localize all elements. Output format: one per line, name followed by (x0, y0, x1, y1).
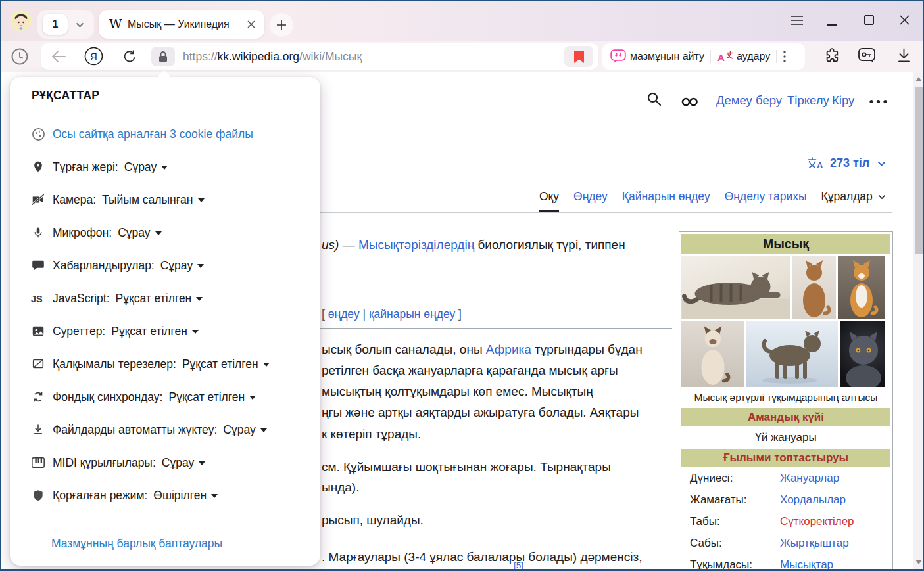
header-link-register[interactable]: Тіркелу (787, 93, 829, 108)
dropdown-caret-icon (196, 297, 203, 301)
browser-tab-active[interactable]: W Мысық — Уикипедия (99, 10, 264, 39)
cat-photo-tabby-lying[interactable] (681, 256, 790, 319)
permission-value-dropdown[interactable]: Өшірілген (153, 489, 218, 503)
page-scrollbar[interactable] (913, 72, 924, 569)
infobox-caption: Мысық әртүрлі тұқымдарының алтысы (681, 387, 890, 408)
tab-edit[interactable]: Өңдеу (573, 190, 608, 210)
edit-source-link[interactable]: қайнарын өңдеу (369, 308, 455, 321)
read-aloud-icon[interactable] (610, 49, 626, 64)
translate-icon[interactable]: А (717, 50, 734, 63)
tab-group[interactable]: 1 (37, 10, 94, 39)
menu-hamburger-icon[interactable] (790, 15, 804, 26)
glasses-icon[interactable] (680, 97, 701, 107)
cat-photo-tabby-snow[interactable] (746, 321, 838, 387)
permission-value-dropdown[interactable]: Сұрау (162, 456, 205, 470)
notifications-icon (31, 258, 45, 273)
africa-link[interactable]: Африка (486, 342, 531, 356)
permission-row-location: Тұрған жері: Сұрау (30, 150, 307, 183)
permission-row-microphone: Микрофон: Сұрау (30, 216, 307, 249)
intro-link[interactable]: Мысықтәрізділердің (358, 238, 474, 252)
permission-value-dropdown[interactable]: Сұрау (118, 226, 161, 240)
yandex-logo-icon[interactable]: Я (84, 47, 103, 66)
new-tab-button[interactable] (270, 13, 293, 37)
permission-value-dropdown[interactable]: Рұқсат етілген (111, 325, 199, 338)
popup-icon (31, 357, 45, 371)
scrollbar-thumb[interactable] (915, 87, 923, 254)
tab-edit-source[interactable]: Қайнарын өңдеу (622, 190, 710, 210)
permission-value-dropdown[interactable]: Рұқсат етілген (182, 357, 270, 371)
tab-tools[interactable]: Құралдар (821, 190, 886, 210)
permission-row-midi: MIDI құрылғылары: Сұрау (30, 446, 307, 479)
javascript-icon: JS (30, 292, 46, 305)
cat-photo-abyssinian[interactable] (792, 256, 836, 319)
back-arrow-icon[interactable] (51, 51, 66, 62)
taxonomy-value-link[interactable]: Жыртқыштар (780, 537, 849, 550)
downloads-icon[interactable] (896, 47, 912, 64)
more-options-kebab-icon[interactable] (783, 50, 787, 63)
article-line: рысып, шулайды. (322, 513, 424, 528)
header-link-login[interactable]: Кіру (832, 93, 854, 108)
cat-photo-siamese[interactable] (681, 321, 744, 387)
permission-value-dropdown[interactable]: Сұрау (223, 423, 266, 437)
tab-read[interactable]: Оқу (539, 190, 559, 212)
profile-avatar[interactable] (11, 10, 32, 31)
microphone-icon (32, 225, 44, 240)
scrollbar-down-arrow[interactable] (915, 560, 922, 564)
tab-count-badge[interactable]: 1 (43, 14, 68, 35)
permission-row-camera: Камера: Тыйым салынған (30, 183, 307, 216)
site-permissions-panel: РҰҚСАТТАР Осы сайтқа арналған 3 cookie ф… (10, 77, 320, 566)
site-permissions-button[interactable] (151, 47, 175, 66)
reference-marker[interactable]: [5] (514, 560, 523, 570)
window-close-button[interactable] (900, 15, 910, 25)
taxonomy-value-link[interactable]: Мысықтар (780, 559, 833, 571)
midi-icon (31, 456, 45, 469)
edit-link[interactable]: өңдеу (328, 308, 360, 321)
reload-icon[interactable] (122, 49, 137, 64)
header-link-donate[interactable]: Демеу беру (716, 93, 782, 108)
minimize-button[interactable] (827, 24, 837, 26)
camera-off-icon (30, 193, 46, 207)
address-bar[interactable]: Я https://kk.wikipedia.org/wiki/Мысық (41, 43, 598, 70)
plus-icon (276, 20, 287, 30)
taxonomy-row: Сабы: Жыртқыштар (681, 532, 890, 554)
tabs-divider (320, 212, 892, 213)
permission-value-dropdown[interactable]: Сұрау (124, 160, 168, 174)
interlanguage-icon: A (808, 157, 824, 170)
taxonomy-value-link[interactable]: Хордалылар (780, 493, 846, 507)
language-selector[interactable]: A 273 тіл (808, 156, 886, 170)
cat-photo-orange-white[interactable] (838, 256, 885, 319)
more-menu-ellipsis-icon[interactable] (869, 99, 888, 104)
infobox-taxobox: Мысық (679, 231, 893, 571)
dropdown-caret-icon (198, 198, 205, 202)
infobox-status-header: Амандық күйі (681, 408, 890, 426)
chevron-down-icon[interactable] (76, 22, 84, 28)
url-text[interactable]: https://kk.wikipedia.org/wiki/Мысық (183, 50, 362, 64)
permission-row-javascript: JS JavaScript: Рұқсат етілген (30, 282, 307, 315)
permission-value-dropdown[interactable]: Рұқсат етілген (168, 390, 256, 404)
passwords-key-icon[interactable] (857, 47, 877, 65)
taxonomy-value-link[interactable]: Жануарлар (780, 472, 839, 485)
article-line: ысық болып саналады, оны Африка тұрғында… (322, 342, 643, 357)
shield-icon (32, 488, 45, 503)
permission-value-dropdown[interactable]: Рұқсат етілген (116, 292, 203, 306)
cookies-link[interactable]: Осы сайтқа арналған 3 cookie файлы (53, 127, 253, 141)
tab-history[interactable]: Өңделу тарихы (725, 190, 807, 210)
all-content-settings-link[interactable]: Мазмұнның барлық баптаулары (51, 537, 222, 551)
extensions-puzzle-icon[interactable] (823, 47, 840, 64)
permission-value-dropdown[interactable]: Тыйым салынған (102, 193, 204, 207)
translate-button[interactable]: аудару (737, 51, 770, 62)
infobox-title: Мысық (681, 234, 890, 254)
read-aloud-button[interactable]: мазмұнын айту (630, 51, 704, 62)
svg-text:A: A (817, 160, 823, 170)
search-icon[interactable] (646, 91, 663, 108)
taxonomy-value-redlink[interactable]: Сүткоректілер (780, 515, 854, 528)
maximize-button[interactable] (864, 15, 874, 25)
cat-photo-grey[interactable] (840, 321, 885, 387)
history-clock-icon[interactable] (11, 47, 29, 66)
url-host: kk.wikipedia.org (218, 50, 300, 63)
bookmark-button[interactable] (564, 46, 593, 67)
divider (710, 50, 711, 63)
scrollbar-up-arrow[interactable] (915, 77, 922, 81)
permission-value-dropdown[interactable]: Сұрау (160, 259, 204, 273)
tab-close-icon[interactable] (247, 20, 255, 28)
